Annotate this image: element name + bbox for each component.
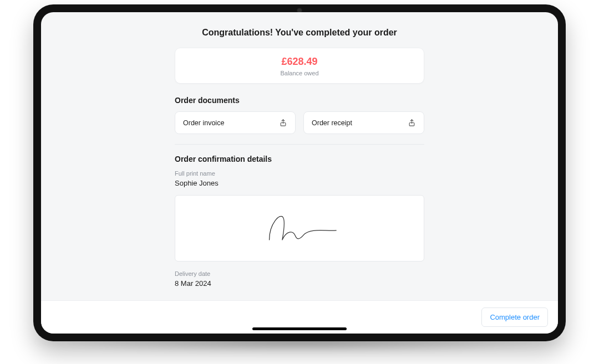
share-icon (408, 119, 416, 127)
order-invoice-label: Order invoice (183, 119, 224, 127)
full-name-label: Full print name (175, 170, 424, 177)
full-name-value: Sophie Jones (175, 179, 424, 187)
delivery-date-label: Delivery date (175, 270, 424, 277)
balance-amount: £628.49 (181, 56, 418, 68)
documents-row: Order invoice Order receipt (175, 111, 424, 134)
complete-order-button[interactable]: Complete order (481, 307, 548, 327)
tablet-frame: Congratulations! You've completed your o… (33, 4, 566, 341)
share-icon (279, 119, 287, 127)
home-indicator[interactable] (252, 327, 347, 330)
section-title-confirmation: Order confirmation details (175, 155, 424, 163)
delivery-date-value: 8 Mar 2024 (175, 279, 424, 288)
signature-box[interactable] (175, 195, 424, 262)
order-invoice-button[interactable]: Order invoice (175, 111, 296, 134)
divider (175, 144, 424, 145)
order-receipt-label: Order receipt (312, 119, 352, 127)
order-receipt-button[interactable]: Order receipt (303, 111, 424, 134)
section-title-documents: Order documents (175, 96, 424, 105)
balance-label: Balance owed (181, 70, 418, 76)
page-title: Congratulations! You've completed your o… (175, 28, 424, 38)
balance-card: £628.49 Balance owed (175, 48, 424, 84)
signature-stroke (255, 209, 344, 248)
content-area: Congratulations! You've completed your o… (41, 12, 558, 300)
screen: Congratulations! You've completed your o… (41, 12, 558, 334)
